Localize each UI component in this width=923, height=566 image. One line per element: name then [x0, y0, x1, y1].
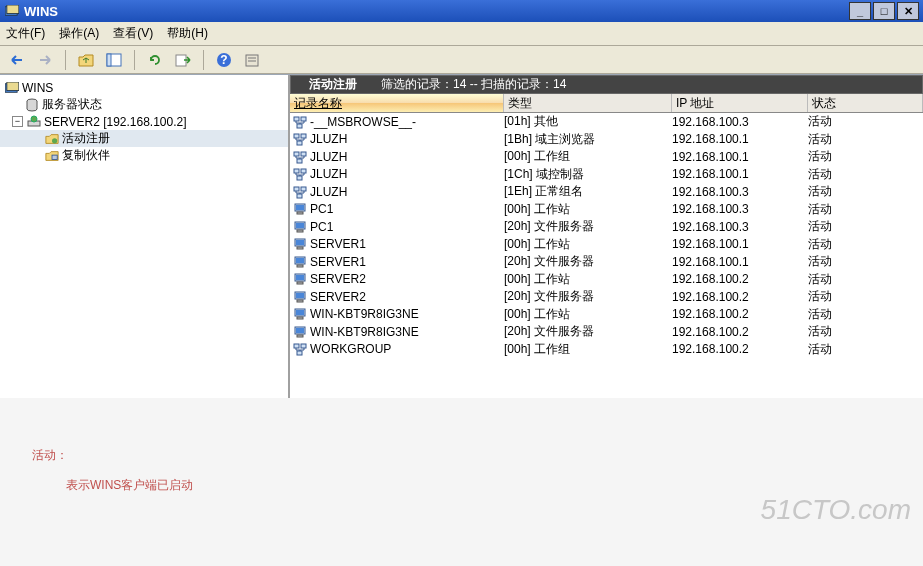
svg-point-15	[52, 138, 57, 143]
record-type: [00h] 工作组	[504, 148, 672, 165]
record-ip: 192.168.100.1	[672, 237, 808, 251]
svg-rect-49	[297, 300, 303, 302]
record-ip: 192.168.100.1	[672, 132, 808, 146]
properties-button[interactable]	[241, 49, 263, 71]
table-row[interactable]: JLUZH[1Ch] 域控制器192.168.100.1活动	[290, 166, 923, 184]
table-row[interactable]: WIN-KBT9R8IG3NE[00h] 工作站192.168.100.2活动	[290, 306, 923, 324]
close-button[interactable]: ✕	[897, 2, 919, 20]
column-header-ip[interactable]: IP 地址	[672, 94, 808, 112]
maximize-button[interactable]: □	[873, 2, 895, 20]
svg-rect-19	[297, 124, 302, 128]
record-name: SERVER1	[310, 255, 366, 269]
record-name: JLUZH	[310, 185, 347, 199]
table-row[interactable]: -__MSBROWSE__-[01h] 其他192.168.100.3活动	[290, 113, 923, 131]
record-ip: 192.168.100.2	[672, 272, 808, 286]
folder-up-icon	[77, 52, 95, 68]
record-state: 活动	[808, 306, 888, 323]
table-row[interactable]: SERVER2[20h] 文件服务器192.168.100.2活动	[290, 288, 923, 306]
svg-rect-34	[297, 212, 303, 214]
wins-icon	[4, 80, 20, 96]
table-row[interactable]: PC1[20h] 文件服务器192.168.100.3活动	[290, 218, 923, 236]
record-ip: 192.168.100.1	[672, 150, 808, 164]
computer-icon	[292, 201, 308, 217]
table-row[interactable]: SERVER1[20h] 文件服务器192.168.100.1活动	[290, 253, 923, 271]
tree-server-status[interactable]: 服务器状态	[0, 96, 288, 113]
svg-rect-23	[294, 152, 299, 156]
list-summary-counts: 筛选的记录：14 -- 扫描的记录：14	[381, 76, 566, 93]
list-summary-bar: 活动注册 筛选的记录：14 -- 扫描的记录：14	[290, 75, 923, 94]
tree-server-status-label: 服务器状态	[42, 96, 102, 113]
tree-expander[interactable]: −	[12, 116, 23, 127]
table-row[interactable]: WIN-KBT9R8IG3NE[20h] 文件服务器192.168.100.2活…	[290, 323, 923, 341]
network-icon	[292, 166, 308, 182]
record-name: SERVER2	[310, 290, 366, 304]
record-name: PC1	[310, 202, 333, 216]
forward-button[interactable]	[34, 49, 56, 71]
table-row[interactable]: SERVER1[00h] 工作站192.168.100.1活动	[290, 236, 923, 254]
computer-icon	[292, 236, 308, 252]
record-type: [1Eh] 正常组名	[504, 183, 672, 200]
table-row[interactable]: JLUZH[1Bh] 域主浏览器192.168.100.1活动	[290, 131, 923, 149]
table-row[interactable]: WORKGROUP[00h] 工作组192.168.100.2活动	[290, 341, 923, 359]
refresh-icon	[147, 52, 163, 68]
svg-rect-29	[294, 187, 299, 191]
svg-rect-39	[296, 240, 304, 245]
record-name: SERVER1	[310, 237, 366, 251]
record-name: WIN-KBT9R8IG3NE	[310, 307, 419, 321]
toolbar-separator	[203, 50, 204, 70]
tree-root[interactable]: WINS	[0, 79, 288, 96]
back-button[interactable]	[6, 49, 28, 71]
title-bar: WINS _ □ ✕	[0, 0, 923, 22]
network-icon	[292, 114, 308, 130]
menu-action[interactable]: 操作(A)	[59, 25, 99, 42]
table-row[interactable]: JLUZH[1Eh] 正常组名192.168.100.3活动	[290, 183, 923, 201]
tree-root-label: WINS	[22, 81, 53, 95]
svg-rect-20	[294, 134, 299, 138]
help-button[interactable]: ?	[213, 49, 235, 71]
column-header-name[interactable]: 记录名称	[290, 94, 504, 112]
record-type: [1Bh] 域主浏览器	[504, 131, 672, 148]
column-header-type[interactable]: 类型	[504, 94, 672, 112]
show-hide-tree-button[interactable]	[103, 49, 125, 71]
column-headers: 记录名称 类型 IP 地址 状态	[290, 94, 923, 113]
svg-rect-36	[296, 223, 304, 228]
tree-replication-partners-label: 复制伙伴	[62, 147, 110, 164]
table-row[interactable]: SERVER2[00h] 工作站192.168.100.2活动	[290, 271, 923, 289]
record-type: [01h] 其他	[504, 113, 672, 130]
refresh-button[interactable]	[144, 49, 166, 71]
svg-rect-1	[7, 5, 19, 14]
minimize-button[interactable]: _	[849, 2, 871, 20]
record-ip: 192.168.100.3	[672, 185, 808, 199]
pane-icon	[105, 52, 123, 68]
window-buttons: _ □ ✕	[849, 2, 919, 20]
window-title: WINS	[24, 4, 849, 19]
up-folder-button[interactable]	[75, 49, 97, 71]
record-name: JLUZH	[310, 150, 347, 164]
svg-rect-40	[297, 247, 303, 249]
record-state: 活动	[808, 113, 888, 130]
tree-server-node[interactable]: − SERVER2 [192.168.100.2]	[0, 113, 288, 130]
column-header-state[interactable]: 状态	[808, 94, 923, 112]
tree-replication-partners[interactable]: 复制伙伴	[0, 147, 288, 164]
table-row[interactable]: JLUZH[00h] 工作组192.168.100.1活动	[290, 148, 923, 166]
menu-bar: 文件(F) 操作(A) 查看(V) 帮助(H)	[0, 22, 923, 46]
record-ip: 192.168.100.3	[672, 115, 808, 129]
table-row[interactable]: PC1[00h] 工作站192.168.100.3活动	[290, 201, 923, 219]
svg-rect-54	[296, 328, 304, 333]
svg-rect-45	[296, 275, 304, 280]
tree-active-registration[interactable]: 活动注册	[0, 130, 288, 147]
menu-view[interactable]: 查看(V)	[113, 25, 153, 42]
record-type: [00h] 工作站	[504, 271, 672, 288]
svg-rect-22	[297, 141, 302, 145]
svg-rect-58	[297, 351, 302, 355]
server-icon	[26, 114, 42, 130]
svg-rect-18	[301, 117, 306, 121]
menu-file[interactable]: 文件(F)	[6, 25, 45, 42]
toolbar: ?	[0, 46, 923, 74]
properties-icon	[243, 52, 261, 68]
menu-help[interactable]: 帮助(H)	[167, 25, 208, 42]
export-button[interactable]	[172, 49, 194, 71]
record-type: [00h] 工作站	[504, 201, 672, 218]
replication-icon	[44, 148, 60, 164]
record-state: 活动	[808, 201, 888, 218]
